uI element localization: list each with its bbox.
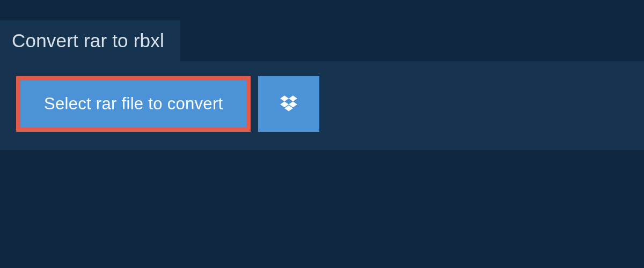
- select-file-button[interactable]: Select rar file to convert: [16, 76, 251, 132]
- dropbox-icon: [279, 94, 299, 114]
- button-row: Select rar file to convert: [16, 76, 628, 132]
- tab-bar: Convert rar to rbxl: [0, 20, 644, 61]
- tab-label: Convert rar to rbxl: [12, 30, 164, 51]
- tab-convert[interactable]: Convert rar to rbxl: [0, 20, 180, 61]
- upload-panel: Select rar file to convert: [0, 61, 644, 150]
- dropbox-button[interactable]: [258, 76, 319, 132]
- select-file-label: Select rar file to convert: [44, 94, 223, 114]
